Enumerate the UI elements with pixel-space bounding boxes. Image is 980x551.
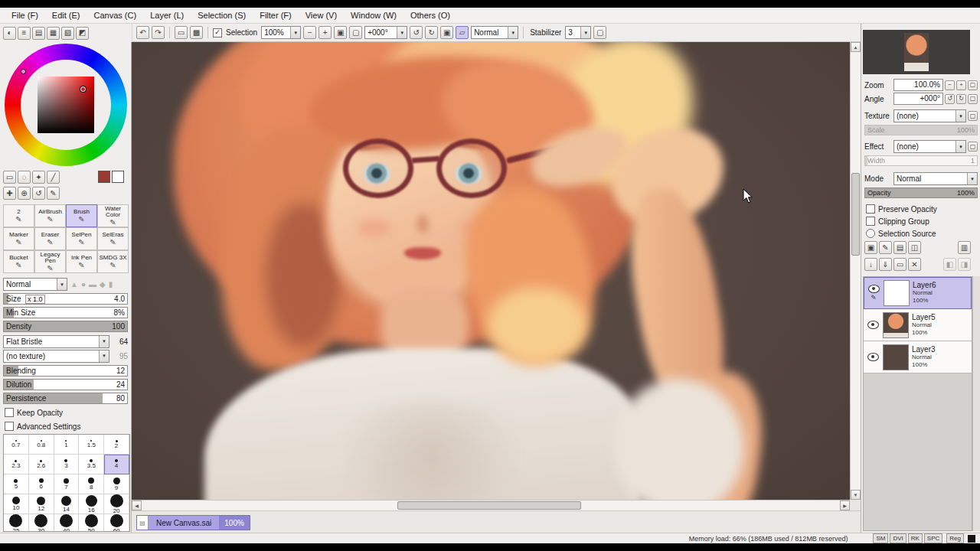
brush-bucket[interactable]: Bucket✎ <box>3 250 34 273</box>
transfer-down-button[interactable]: ↓ <box>864 258 877 271</box>
brush-texture-select[interactable]: (no texture) ▼ <box>3 350 109 363</box>
brush-size-25[interactable]: 25 <box>4 514 29 532</box>
zoom-in-button[interactable]: + <box>318 26 332 39</box>
min-size-slider[interactable]: Min Size 8% <box>3 307 128 318</box>
brush-tip-icon[interactable]: ◆ <box>100 280 106 289</box>
angle-select[interactable]: +000° ▼ <box>364 26 407 39</box>
dilution-slider[interactable]: Dilution 24 <box>3 379 128 390</box>
brush-size-16[interactable]: 16 <box>79 494 104 514</box>
brush-selpen[interactable]: SelPen✎ <box>66 227 97 250</box>
nav-zoom-in-button[interactable]: + <box>956 80 966 90</box>
layer-visibility-icon[interactable] <box>867 321 879 329</box>
brush-size-40[interactable]: 40 <box>54 514 80 532</box>
brush-size-3[interactable]: 3 <box>54 455 80 474</box>
layer-opacity-slider[interactable]: Opacity 100% <box>864 187 978 198</box>
layer-row-layer5[interactable]: Layer5Normal100% <box>864 309 972 341</box>
document-tab[interactable]: ▤ New Canvas.sai 100% <box>136 515 250 530</box>
menu-item-layer[interactable]: Layer (L) <box>143 9 191 21</box>
redo-button[interactable]: ↷ <box>152 26 165 39</box>
pen-tool[interactable]: ✎ <box>47 187 60 200</box>
layer-row-layer3[interactable]: Layer3Normal100% <box>864 341 972 373</box>
brush-smdg-3x[interactable]: SMDG 3X✎ <box>97 250 129 273</box>
brush-size-0.7[interactable]: 0.7 <box>4 435 29 455</box>
menu-item-selection[interactable]: Selection (S) <box>191 9 253 21</box>
saturation-value-square[interactable] <box>38 77 94 133</box>
layer-mask-button[interactable]: ◫ <box>908 241 921 254</box>
brush-size-2.6[interactable]: 2.6 <box>29 455 54 474</box>
fit-window-button[interactable]: ▢ <box>349 26 362 39</box>
swatches-tab[interactable]: ▦ <box>47 27 60 40</box>
marquee-tool[interactable]: ▭ <box>3 171 16 184</box>
brush-size-1[interactable]: 1 <box>54 435 80 455</box>
new-layer-set-button[interactable]: ▤ <box>893 241 906 254</box>
brush-size-2.3[interactable]: 2.3 <box>4 455 29 474</box>
brush-brush[interactable]: Brush✎ <box>66 204 97 227</box>
selection-checkbox[interactable]: ✓ <box>213 28 222 37</box>
flip-horizontal-button[interactable]: ▱ <box>456 26 469 39</box>
brush-size-7[interactable]: 7 <box>54 474 80 494</box>
hue-marker[interactable] <box>21 69 26 74</box>
scroll-down-icon[interactable]: ▼ <box>851 490 861 500</box>
primary-color-swatch[interactable] <box>98 171 110 183</box>
brush-size-30[interactable]: 30 <box>29 514 54 532</box>
layer-row-layer6[interactable]: ✎Layer6Normal100% <box>864 277 972 309</box>
brush-shape-select[interactable]: Flat Bristle ▼ <box>3 335 109 348</box>
magic-wand-tool[interactable]: ✦ <box>32 171 45 184</box>
invert-selection-button[interactable]: ▩ <box>190 26 203 39</box>
nav-zoom-out-button[interactable]: − <box>945 80 955 90</box>
secondary-color-swatch[interactable] <box>112 171 124 183</box>
vertical-scroll-thumb[interactable] <box>851 173 860 256</box>
menu-item-file[interactable]: File (F) <box>5 9 45 21</box>
brush-size-1.5[interactable]: 1.5 <box>79 435 104 455</box>
brush-2[interactable]: 2✎ <box>3 204 34 227</box>
layer-fx-button[interactable]: ▥ <box>958 241 971 254</box>
rotate-tool[interactable]: ↺ <box>32 187 45 200</box>
layer-visibility-icon[interactable] <box>868 285 880 293</box>
texture-scale-slider[interactable]: Scale 100% <box>864 125 978 135</box>
brush-size-60[interactable]: 60 <box>104 514 129 532</box>
scratchpad-tab[interactable]: ▧ <box>61 27 74 40</box>
layer-list-scrollbar[interactable] <box>972 276 980 531</box>
density-slider[interactable]: Density 100 <box>3 321 128 332</box>
brush-tip-icon[interactable]: ▮ <box>109 280 113 289</box>
menu-item-filter[interactable]: Filter (F) <box>253 9 299 21</box>
stabilizer-option-button[interactable]: ▢ <box>593 26 606 39</box>
brush-size-50[interactable]: 50 <box>79 514 104 532</box>
angle-reset-button[interactable]: ▣ <box>440 26 453 39</box>
advanced-settings-checkbox[interactable] <box>5 422 14 431</box>
color-wheel[interactable] <box>5 44 127 166</box>
delete-layer-button[interactable]: ✕ <box>908 258 921 271</box>
brush-size-0.8[interactable]: 0.8 <box>29 435 54 455</box>
scroll-right-icon[interactable]: ▶ <box>840 500 850 510</box>
brush-seleras[interactable]: SelEras✎ <box>97 227 129 250</box>
brush-size-9[interactable]: 9 <box>104 474 129 494</box>
nav-angle-reset-button[interactable]: ▢ <box>968 94 978 104</box>
brush-ink-pen[interactable]: Ink Pen✎ <box>66 250 97 273</box>
clear-layer-button[interactable]: ▭ <box>893 258 906 271</box>
vertical-scroll-track[interactable] <box>851 52 861 490</box>
rotate-cw-button[interactable]: ↻ <box>425 26 438 39</box>
nav-rotate-cw-button[interactable]: ↻ <box>956 94 966 104</box>
color-mixer-tab[interactable]: ▤ <box>32 27 45 40</box>
menu-item-canvas[interactable]: Canvas (C) <box>87 9 144 21</box>
brush-size-12[interactable]: 12 <box>29 494 54 514</box>
blending-slider[interactable]: Blending 12 <box>3 365 128 377</box>
brush-tip-icon[interactable]: ▲ <box>70 280 78 289</box>
sv-marker[interactable] <box>80 86 86 92</box>
brush-size-14[interactable]: 14 <box>54 494 80 514</box>
brush-blend-select[interactable]: Normal ▼ <box>3 278 67 291</box>
clipping-group-checkbox[interactable] <box>866 217 875 226</box>
canvas-artwork[interactable] <box>132 42 850 500</box>
nav-zoom-reset-button[interactable]: ▢ <box>968 80 978 90</box>
selection-blend-select[interactable]: Normal ▼ <box>471 26 518 39</box>
scroll-left-icon[interactable]: ◀ <box>132 500 142 510</box>
selection-source-radio[interactable] <box>866 229 875 238</box>
brush-size-2[interactable]: 2 <box>104 435 129 455</box>
menu-item-edit[interactable]: Edit (E) <box>45 9 87 21</box>
effect-width-slider[interactable]: Width 1 <box>864 155 978 166</box>
canvas-vertical-scrollbar[interactable]: ▲ ▼ <box>850 42 861 500</box>
raise-layer-button[interactable]: ◧ <box>943 258 956 271</box>
menu-item-others[interactable]: Others (O) <box>403 9 457 21</box>
move-tool[interactable]: ✚ <box>3 187 16 200</box>
eyedropper-tool[interactable]: ╱ <box>47 171 60 184</box>
